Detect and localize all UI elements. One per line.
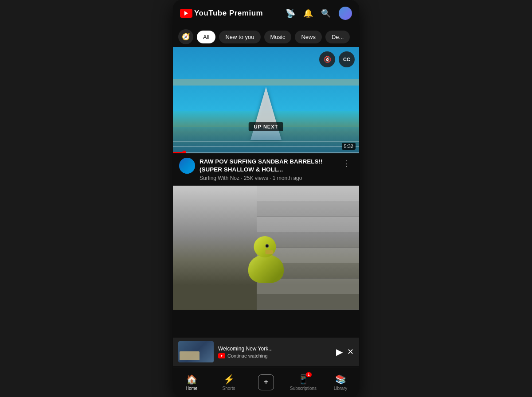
nav-home-label: Home [186, 386, 198, 391]
channel-avatar-1[interactable] [179, 158, 195, 174]
header-right: 📡 🔔 🔍 [286, 7, 352, 20]
nav-subscriptions[interactable]: 📱 1 Subscriptions [285, 374, 322, 391]
cast-icon[interactable]: 📡 [286, 8, 295, 18]
tab-news[interactable]: News [295, 31, 322, 43]
mini-player-thumbnail [178, 341, 214, 362]
more-options-button-1[interactable]: ⋮ [340, 158, 353, 169]
avatar[interactable] [339, 7, 352, 20]
nav-library-label: Library [334, 386, 348, 391]
nav-library[interactable]: 📚 Library [322, 374, 359, 391]
video-duration: 5:32 [342, 143, 356, 150]
search-icon[interactable]: 🔍 [321, 8, 331, 18]
video-details-1: RAW POV SURFING SANDBAR BARRELS!! (SUPER… [200, 158, 335, 181]
library-icon: 📚 [335, 374, 346, 385]
bird-body [248, 254, 284, 283]
progress-fill [173, 152, 182, 153]
nav-shorts-label: Shorts [223, 386, 235, 391]
captions-button[interactable]: CC [339, 51, 355, 67]
home-icon: 🏠 [186, 374, 197, 385]
youtube-logo[interactable]: YouTube Premium [180, 9, 263, 18]
bird-beak [266, 250, 274, 254]
water-ripple-1 [173, 146, 359, 147]
mini-close-button[interactable]: ✕ [347, 347, 354, 357]
bird-background [173, 186, 359, 310]
mini-continue-label: Continue watching [227, 353, 268, 358]
video-controls-top: 🔇 CC [319, 51, 355, 67]
bird-head [254, 236, 276, 257]
bottom-navigation: 🏠 Home ⚡ Shorts + 📱 1 Subscriptions 📚 Li… [173, 367, 359, 397]
tab-explore[interactable]: 🧭 [178, 29, 193, 44]
tab-all[interactable]: All [197, 31, 215, 43]
nav-subscriptions-label: Subscriptions [290, 386, 317, 391]
channel-avatar-inner [179, 158, 195, 174]
app-header: YouTube Premium 📡 🔔 🔍 [173, 0, 359, 27]
mini-thumb-background [178, 341, 214, 362]
beach-line [173, 79, 359, 86]
nav-home[interactable]: 🏠 Home [173, 374, 210, 391]
tab-new-to-you[interactable]: New to you [219, 31, 260, 43]
tab-deals[interactable]: De... [325, 31, 350, 43]
mini-play-button[interactable]: ▶ [336, 346, 343, 357]
up-next-badge: UP NEXT [249, 122, 283, 131]
mini-player-info: Welcoming New York... Continue watching [218, 346, 332, 358]
premium-label: YouTube Premium [194, 9, 263, 18]
shorts-icon: ⚡ [223, 374, 235, 385]
progress-bar[interactable] [173, 152, 359, 153]
nav-add[interactable]: + [247, 374, 285, 390]
video-title-1[interactable]: RAW POV SURFING SANDBAR BARRELS!! (SUPER… [200, 158, 335, 173]
mini-continue-watching: Continue watching [218, 353, 332, 358]
mini-player[interactable]: Welcoming New York... Continue watching … [173, 338, 359, 366]
water-ripple-2 [173, 141, 359, 142]
notification-badge: 1 [306, 372, 311, 377]
mini-player-title: Welcoming New York... [218, 346, 332, 352]
category-tabs: 🧭 All New to you Music News De... [173, 27, 359, 47]
bird-eye [265, 244, 269, 248]
phone-container: YouTube Premium 📡 🔔 🔍 🧭 All New to you M… [173, 0, 359, 397]
stripe-8 [257, 294, 359, 310]
mute-button[interactable]: 🔇 [319, 51, 335, 67]
video-player-1[interactable]: 🔇 CC UP NEXT 5:32 [173, 47, 359, 153]
video-card-2[interactable] [173, 186, 359, 310]
header-left: YouTube Premium [180, 9, 263, 18]
add-button[interactable]: + [258, 374, 274, 390]
stripe-2 [257, 201, 359, 217]
stripe-3 [257, 217, 359, 232]
bell-icon[interactable]: 🔔 [303, 8, 313, 18]
tab-music[interactable]: Music [264, 31, 292, 43]
mini-thumb-boat [180, 351, 200, 360]
yt-icon [180, 9, 192, 18]
video-info-1: RAW POV SURFING SANDBAR BARRELS!! (SUPER… [173, 153, 359, 186]
video-meta-1: Surfing With Noz · 25K views · 1 month a… [200, 175, 335, 181]
stripe-1 [257, 186, 359, 201]
nav-shorts[interactable]: ⚡ Shorts [210, 374, 247, 391]
mini-yt-icon [218, 353, 225, 358]
progress-dot [182, 151, 186, 153]
subscriptions-icon-wrapper: 📱 1 [298, 374, 309, 385]
